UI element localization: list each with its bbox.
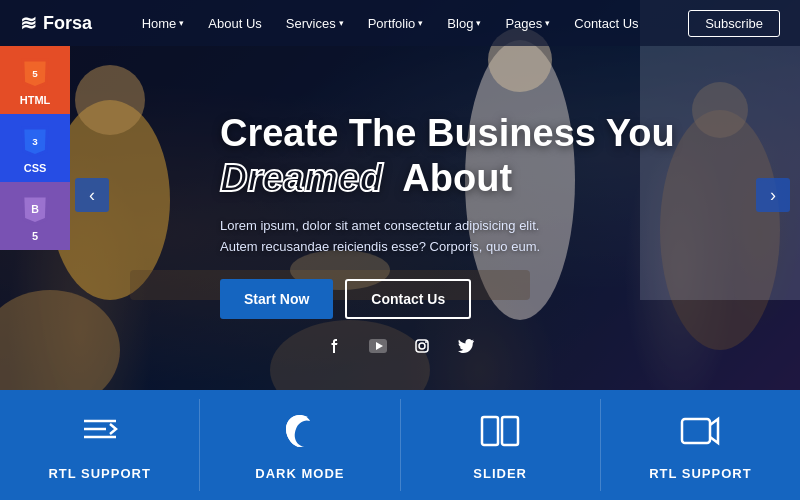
youtube-icon[interactable] <box>364 332 392 360</box>
instagram-icon[interactable] <box>408 332 436 360</box>
nav-links: Home ▾ About Us Services ▾ Portfolio ▾ B… <box>132 10 649 37</box>
feature-slider: SLIDER <box>401 399 601 491</box>
brand-logo[interactable]: ≋ Forsa <box>20 11 92 35</box>
svg-rect-29 <box>482 417 498 445</box>
left-badges: 5 HTML 3 CSS B 5 <box>0 46 70 250</box>
prev-slide-button[interactable]: ‹ <box>75 178 109 212</box>
slider-icon <box>478 409 522 458</box>
navbar: ≋ Forsa Home ▾ About Us Services ▾ Portf… <box>0 0 800 46</box>
chevron-right-icon: › <box>770 185 776 206</box>
svg-text:B: B <box>31 203 39 215</box>
hero-section: Create The Business You Dreamed About Lo… <box>0 0 800 390</box>
nav-item-blog[interactable]: Blog ▾ <box>437 10 491 37</box>
start-now-button[interactable]: Start Now <box>220 279 333 319</box>
svg-text:5: 5 <box>32 68 38 79</box>
feature-label-rtl-1: RTL SUPPORT <box>48 466 151 481</box>
svg-point-24 <box>419 343 425 349</box>
subscribe-button[interactable]: Subscribe <box>688 10 780 37</box>
contact-us-button[interactable]: Contact Us <box>345 279 471 319</box>
chevron-down-icon: ▾ <box>418 18 423 28</box>
feature-dark-mode: DARK MODE <box>200 399 400 491</box>
brand-name: Forsa <box>43 13 92 34</box>
nav-item-services[interactable]: Services ▾ <box>276 10 354 37</box>
social-links <box>320 332 480 360</box>
hero-buttons: Start Now Contact Us <box>220 279 675 319</box>
hero-subtitle: Lorem ipsum, dolor sit amet consectetur … <box>220 216 560 258</box>
chevron-down-icon: ▾ <box>476 18 481 28</box>
facebook-icon[interactable] <box>320 332 348 360</box>
css3-badge: 3 CSS <box>0 114 70 182</box>
nav-item-about[interactable]: About Us <box>198 10 271 37</box>
nav-item-home[interactable]: Home ▾ <box>132 10 195 37</box>
svg-point-25 <box>425 341 427 343</box>
svg-rect-30 <box>502 417 518 445</box>
twitter-icon[interactable] <box>452 332 480 360</box>
chevron-down-icon: ▾ <box>339 18 344 28</box>
chevron-down-icon: ▾ <box>545 18 550 28</box>
features-bar: RTL SUPPORT DARK MODE SLIDER RTL SUPPORT <box>0 390 800 500</box>
feature-label-slider: SLIDER <box>473 466 527 481</box>
feature-rtl-support-2: RTL SUPPORT <box>601 399 800 491</box>
html5-badge: 5 HTML <box>0 46 70 114</box>
brand-icon: ≋ <box>20 11 37 35</box>
bootstrap-shield-icon: B <box>16 190 54 228</box>
dark-mode-icon <box>278 409 322 458</box>
feature-rtl-support-1: RTL SUPPORT <box>0 399 200 491</box>
nav-item-pages[interactable]: Pages ▾ <box>495 10 560 37</box>
svg-text:3: 3 <box>32 136 38 147</box>
rtl-support-icon <box>78 409 122 458</box>
feature-label-rtl-2: RTL SUPPORT <box>649 466 752 481</box>
hero-title: Create The Business You Dreamed About <box>220 111 675 202</box>
svg-rect-31 <box>682 419 710 443</box>
chevron-left-icon: ‹ <box>89 185 95 206</box>
next-slide-button[interactable]: › <box>756 178 790 212</box>
chevron-down-icon: ▾ <box>179 18 184 28</box>
bootstrap-badge: B 5 <box>0 182 70 250</box>
html5-shield-icon: 5 <box>16 54 54 92</box>
feature-label-dark: DARK MODE <box>255 466 344 481</box>
nav-item-portfolio[interactable]: Portfolio ▾ <box>358 10 434 37</box>
video-icon <box>678 409 722 458</box>
css3-shield-icon: 3 <box>16 122 54 160</box>
nav-item-contact[interactable]: Contact Us <box>564 10 648 37</box>
